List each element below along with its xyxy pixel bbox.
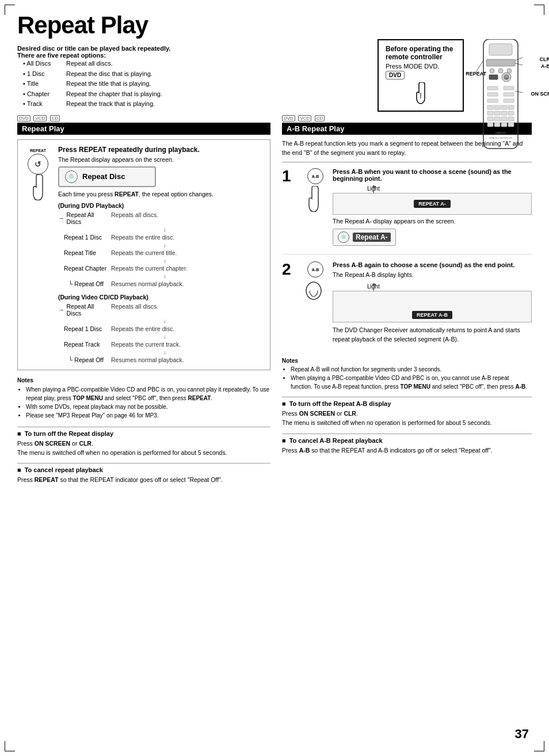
- svg-line-38: [515, 91, 523, 93]
- intro-item-chapter: • ChapterRepeat the chapter that is play…: [23, 89, 293, 100]
- cancel-repeat-text: Press REPEAT so that the REPEAT indicato…: [17, 476, 270, 485]
- svg-rect-11: [487, 86, 498, 90]
- step2-title: Press A-B again to choose a scene (sound…: [333, 261, 532, 268]
- notes-list: When playing a PBC-compatible Video CD a…: [17, 385, 270, 420]
- ab-step-2: 2 A-B Press A-B again to choose a scene …: [282, 261, 532, 349]
- step1-screen-display: 💿 Repeat A-: [333, 229, 532, 246]
- corner-br: [534, 741, 544, 751]
- svg-text:OK: OK: [505, 77, 508, 80]
- step2-sub-text: The Repeat A-B display lights.: [333, 271, 532, 280]
- ab-notes-list: Repeat A-B will not function for segment…: [282, 365, 532, 391]
- turn-off-ab-sub: The menu is switched off when no operati…: [282, 419, 532, 428]
- cancel-ab-title: To cancel A-B Repeat playback: [282, 437, 532, 444]
- step2-light-label: Light: [367, 283, 532, 290]
- svg-rect-3: [486, 59, 515, 66]
- vcd-flow-row-0: → Repeat All Discs Repeats all discs.: [58, 302, 264, 317]
- svg-rect-17: [487, 105, 493, 109]
- step1-display-bar: REPEAT A-: [414, 200, 451, 208]
- vcd-flow-row-3: └ Repeat Off Resumes normal playback.: [58, 356, 264, 364]
- left-column: DVD VCD CD Repeat Play REPEAT ↺: [17, 115, 270, 485]
- repeat-notes: Notes When playing a PBC-compatible Vide…: [17, 377, 270, 420]
- intro-section: Desired disc or title can be played back…: [17, 45, 293, 109]
- vcd-playback-flow: (During Video CD/CD Playback) → Repeat A…: [58, 294, 264, 364]
- step2-desc: The DVD Changer Receiver automatically r…: [333, 326, 532, 344]
- turn-off-display-text: Press ON SCREEN or CLR.: [17, 439, 270, 449]
- cancel-ab-repeat: To cancel A-B Repeat playback Press A-B …: [282, 434, 532, 455]
- svg-rect-23: [501, 111, 507, 115]
- right-column: DVD VCD CD A-B Repeat Play The A-B repea…: [282, 115, 532, 485]
- on-screen-label: ON SCREEN: [531, 91, 549, 97]
- step1-num: 1: [282, 168, 298, 248]
- svg-rect-30: [494, 123, 500, 127]
- svg-rect-31: [501, 123, 507, 127]
- svg-rect-20: [508, 105, 514, 109]
- repeat-label: REPEAT: [466, 71, 486, 77]
- vcd-flow-arrow-2: ↓: [58, 333, 264, 340]
- each-time-text: Each time you press REPEAT, the repeat o…: [58, 191, 264, 197]
- step2-light-dot: [372, 283, 375, 286]
- instruction-bold: Press REPEAT repeatedly during playback.: [58, 146, 264, 154]
- page-number: 37: [515, 727, 529, 742]
- dvd-playback-title: (During DVD Playback): [58, 202, 264, 209]
- ab-notes-title: Notes: [282, 356, 532, 365]
- vcd-flow-arrow-1: ↓: [58, 317, 264, 325]
- vcd-flow-row-2: Repeat Track Repeats the current track.: [58, 340, 264, 348]
- turn-off-ab-display: To turn off the Repeat A-B display Press…: [282, 397, 532, 428]
- ab-step-1: 1 A-B Press A-B when you want to choose …: [282, 168, 532, 254]
- page-title: Repeat Play: [17, 12, 532, 39]
- intro-item-1-disc: • 1 DiscRepeat the disc that is playing.: [23, 69, 293, 79]
- svg-rect-7: [489, 75, 498, 79]
- before-operating-box: Before operating the remote controller P…: [378, 39, 464, 112]
- notes-title: Notes: [17, 377, 270, 383]
- dvd-flow-row-0: → Repeat All Discs Repeats all discs.: [58, 211, 264, 226]
- intro-sub-bold: There are five repeat options:: [17, 52, 293, 59]
- svg-rect-24: [508, 111, 514, 115]
- repeat-play-section-bar: Repeat Play: [17, 123, 270, 135]
- step1-ab-hand: A-B: [304, 168, 327, 248]
- cancel-repeat: To cancel repeat playback Press REPEAT s…: [17, 463, 270, 485]
- repeat-play-box: REPEAT ↺ Press REPEAT repeatedly during …: [17, 139, 270, 370]
- disc-icons-left: DVD VCD CD: [17, 115, 270, 121]
- step2-ab-hand: A-B: [304, 261, 327, 344]
- ab-note-2: When playing a PBC-compatible Video CD a…: [291, 374, 532, 391]
- intro-item-title: • TitleRepeat the title that is playing.: [23, 79, 293, 89]
- step2-content: Press A-B again to choose a scene (sound…: [333, 261, 532, 344]
- svg-rect-29: [487, 123, 493, 127]
- divider-3: [282, 397, 532, 397]
- step1-screen-text: The Repeat A- display appears on the scr…: [333, 217, 532, 226]
- dvd-flow-arrow-3: ↓: [58, 257, 264, 264]
- turn-off-ab-title: To turn off the Repeat A-B display: [282, 400, 532, 407]
- main-columns: DVD VCD CD Repeat Play REPEAT ↺: [17, 115, 532, 485]
- dvd-mode-button: DVD: [386, 71, 405, 79]
- step1-disc-icon: 💿: [338, 231, 349, 243]
- repeat-play-inner: REPEAT ↺ Press REPEAT repeatedly during …: [24, 146, 264, 364]
- svg-rect-15: [487, 99, 498, 102]
- step2-display-area: Light REPEAT A-B: [333, 283, 532, 322]
- step1-content: Press A-B when you want to choose a scen…: [333, 168, 532, 248]
- remote-controller-diagram: REPEAT CLR A-B ON SCREEN OK: [468, 39, 533, 153]
- svg-rect-2: [489, 44, 512, 55]
- ab-note-1: Repeat A-B will not function for segment…: [291, 365, 532, 374]
- note-1: When playing a PBC-compatible Video CD a…: [26, 385, 270, 402]
- svg-rect-22: [494, 111, 500, 115]
- intro-bold: Desired disc or title can be played back…: [17, 45, 293, 52]
- svg-rect-16: [504, 99, 514, 102]
- cancel-repeat-title: To cancel repeat playback: [17, 466, 270, 473]
- svg-rect-25: [487, 117, 493, 121]
- svg-point-5: [498, 69, 503, 73]
- repeat-hand-area: REPEAT ↺: [24, 146, 52, 364]
- dvd-flow-row-2: Repeat Title Repeats the current title.: [58, 249, 264, 257]
- step1-repeat-a-text: Repeat A-: [353, 233, 391, 242]
- display-disc-icon: 💿: [65, 170, 78, 183]
- turn-off-display-title: To turn off the Repeat display: [17, 430, 270, 437]
- dvd-flow-table: → Repeat All Discs Repeats all discs. ↓: [58, 211, 264, 288]
- step1-hand-icon: [304, 186, 324, 212]
- intro-list: • All DiscsRepeat all discs. • 1 DiscRep…: [17, 59, 293, 109]
- dvd-flow-row-1: Repeat 1 Disc Repeats the entire disc.: [58, 233, 264, 241]
- clr-label: CLR: [540, 56, 550, 62]
- svg-rect-13: [487, 93, 498, 96]
- svg-rect-18: [494, 105, 500, 109]
- svg-line-36: [515, 58, 523, 60]
- svg-rect-32: [508, 123, 514, 127]
- cancel-ab-text: Press A-B so that the REPEAT and A-B ind…: [282, 446, 532, 455]
